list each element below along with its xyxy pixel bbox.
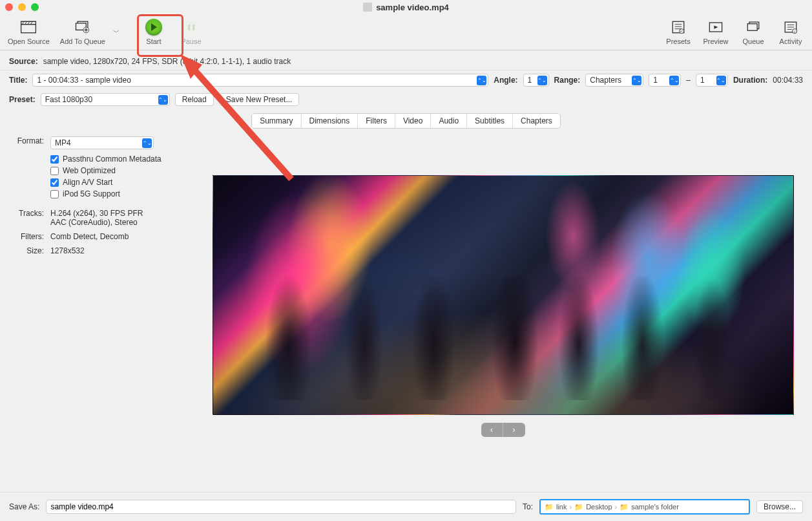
add-to-queue-button[interactable]: Add To Queue [55,19,110,45]
preset-label: Preset: [9,95,36,104]
fullscreen-window-button[interactable] [31,3,39,11]
source-label: Source: [9,57,38,66]
folder-icon: 📁 [619,503,629,511]
title-label: Title: [9,76,27,85]
tab-chapters[interactable]: Chapters [513,114,560,128]
svg-text:i: i [795,30,795,34]
passthru-checkbox[interactable]: Passthru Common Metadata [50,154,190,164]
presets-icon [669,19,688,36]
tracks-value: H.264 (x264), 30 FPS PFR AAC (CoreAudio)… [50,209,167,227]
tracks-label: Tracks: [9,209,44,227]
range-to-value: 1 [700,76,705,85]
minimize-window-button[interactable] [18,3,26,11]
path-seg-0: link [556,503,567,511]
align-av-checkbox[interactable]: Align A/V Start [50,178,190,187]
chevron-down-icon: ⌃⌄ [158,95,168,105]
range-from-value: 1 [653,76,658,85]
checkbox-icon[interactable] [50,190,59,198]
source-value: sample video, 1280x720, 24 FPS, SDR (8-b… [43,57,291,66]
reload-label: Reload [182,95,207,104]
size-value: 1278x532 [50,246,167,255]
start-button[interactable]: Start [135,19,172,45]
folder-icon: 📁 [574,503,583,511]
summary-info: Format: MP4 ⌃⌄ Passthru Common Metadata … [9,136,190,485]
queue-label: Queue [742,37,764,45]
tab-dimensions[interactable]: Dimensions [302,114,359,128]
duration-value: 00:04:33 [773,76,803,85]
title-select[interactable]: 1 - 00:04:33 - sample video ⌃⌄ [32,74,488,87]
queue-button[interactable]: Queue [734,19,772,45]
play-icon [145,19,162,36]
checkbox-icon[interactable] [50,178,59,187]
preset-row: Preset: Fast 1080p30 ⌃⌄ Reload Save New … [0,90,812,109]
svg-rect-0 [21,25,36,33]
tab-filters[interactable]: Filters [358,114,395,128]
add-to-queue-dropdown[interactable]: ﹀ [113,28,120,37]
path-seg-1: Desktop [586,503,612,511]
format-label: Format: [9,136,44,149]
range-from-select[interactable]: 1 ⌃⌄ [649,74,681,87]
presets-label: Presets [666,37,690,45]
tab-summary[interactable]: Summary [252,114,301,128]
content-area: Format: MP4 ⌃⌄ Passthru Common Metadata … [0,130,812,492]
chevron-right-icon: › [570,503,572,511]
angle-select[interactable]: 1 ⌃⌄ [523,74,549,87]
save-as-input[interactable] [46,500,516,514]
chevron-down-icon: ⌃⌄ [537,76,547,85]
tab-subtitles[interactable]: Subtitles [467,114,513,128]
preview-label: Preview [703,37,728,45]
open-source-button[interactable]: Open Source [3,19,55,45]
pause-icon [183,19,200,36]
queue-plus-icon [73,19,92,36]
checkbox-icon[interactable] [50,167,59,175]
save-preset-button[interactable]: Save New Preset... [219,93,300,106]
window-title: sample video.mp4 [376,3,449,12]
preview-column: ‹ › [203,136,803,485]
activity-button[interactable]: i Activity [772,19,809,45]
preview-button[interactable]: Preview [697,19,734,45]
save-as-label: Save As: [9,502,39,511]
preview-icon [706,19,725,36]
web-optimized-checkbox[interactable]: Web Optimized [50,166,190,175]
format-select[interactable]: MP4 ⌃⌄ [50,136,154,149]
to-label: To: [523,502,533,511]
tab-video[interactable]: Video [395,114,431,128]
titlebar: sample video.mp4 [0,0,812,14]
source-row: Source: sample video, 1280x720, 24 FPS, … [0,50,812,70]
chevron-down-icon: ⌃⌄ [142,138,152,148]
pause-label: Pause [181,37,201,45]
next-frame-button[interactable]: › [503,423,525,437]
folder-icon: 📁 [545,503,554,511]
preset-select[interactable]: Fast 1080p30 ⌃⌄ [41,93,170,106]
close-window-button[interactable] [5,3,13,11]
toolbar: Open Source Add To Queue ﹀ Start Pause [0,14,812,50]
range-to-select[interactable]: 1 ⌃⌄ [696,74,728,87]
browse-button[interactable]: Browse... [756,500,803,513]
pause-button: Pause [172,19,210,45]
angle-value: 1 [528,76,532,85]
presets-button[interactable]: Presets [660,19,697,45]
film-clapper-icon [19,19,38,36]
range-label: Range: [554,76,581,85]
align-av-label: Align A/V Start [63,178,112,187]
ipod-checkbox[interactable]: iPod 5G Support [50,189,190,198]
format-value: MP4 [55,138,71,147]
chevron-down-icon: ⌃⌄ [477,76,486,85]
prev-frame-button[interactable]: ‹ [481,423,503,437]
reload-button[interactable]: Reload [175,93,214,106]
passthru-label: Passthru Common Metadata [63,154,161,164]
range-type-select[interactable]: Chapters ⌃⌄ [585,74,643,87]
angle-label: Angle: [494,76,517,85]
chevron-down-icon: ⌃⌄ [716,76,726,85]
path-seg-2: sample's folder [631,503,679,511]
svg-rect-19 [747,24,757,31]
checkbox-icon[interactable] [50,155,59,164]
range-separator: – [686,76,691,85]
filters-value: Comb Detect, Decomb [50,232,167,241]
tab-audio[interactable]: Audio [431,114,467,128]
activity-icon: i [781,19,800,36]
destination-path[interactable]: 📁 link › 📁 Desktop › 📁 sample's folder [539,499,750,515]
filters-label: Filters: [9,232,44,241]
add-to-queue-label: Add To Queue [60,37,105,45]
document-icon [363,3,372,12]
